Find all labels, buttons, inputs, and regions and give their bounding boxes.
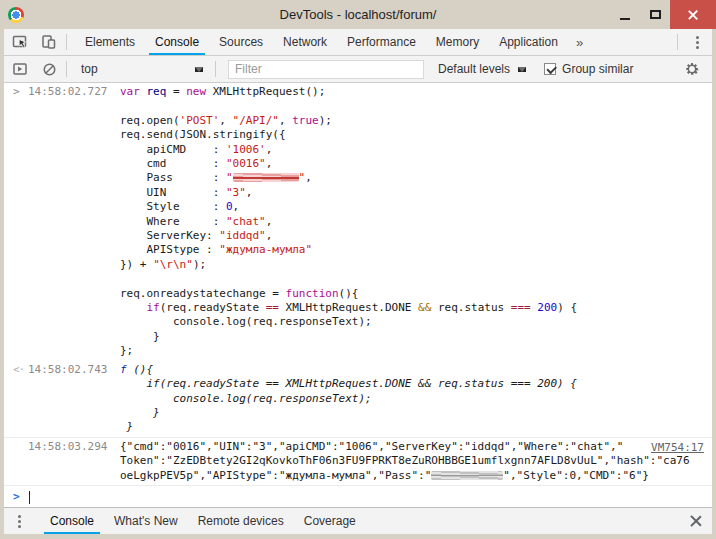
settings-button[interactable] — [679, 58, 705, 80]
console-sidebar-toggle-button[interactable] — [7, 58, 33, 80]
close-button[interactable] — [670, 0, 716, 29]
console-line: req.onreadystatechange = function(){ — [4, 287, 712, 301]
tab-network[interactable]: Network — [273, 29, 337, 55]
command-marker-icon — [13, 171, 28, 185]
drawer-tab-console[interactable]: Console — [40, 508, 104, 534]
console-line: cmd : "0016", — [4, 157, 712, 171]
timestamp — [28, 186, 108, 200]
timestamp — [28, 171, 108, 185]
console-line: oeLgkpPEV5p","APIStype":"ждумла-мумла","… — [4, 469, 712, 483]
timestamp — [28, 243, 108, 257]
command-marker-icon — [13, 157, 28, 171]
group-similar-checkbox[interactable] — [544, 63, 556, 75]
console-prompt[interactable]: > — [4, 486, 712, 504]
console-toolbar: top Default levels Group similar — [4, 56, 712, 83]
command-marker-icon — [13, 344, 28, 358]
drawer-tab-coverage[interactable]: Coverage — [294, 508, 366, 534]
console-line: if(req.readyState == XMLHttpRequest.DONE… — [4, 301, 712, 315]
tab-application[interactable]: Application — [489, 29, 568, 55]
command-marker-icon — [13, 440, 28, 454]
log-levels-dropdown[interactable]: Default levels — [438, 62, 526, 76]
command-marker-icon — [13, 99, 28, 113]
console-line: Where : "chat", — [4, 215, 712, 229]
main-tabs: ElementsConsoleSourcesNetworkPerformance… — [75, 29, 568, 55]
command-marker-icon — [13, 215, 28, 229]
console-line: req.send(JSON.stringify({ — [4, 128, 712, 142]
console-line: }; — [4, 344, 712, 358]
tab-memory[interactable]: Memory — [426, 29, 489, 55]
devtools-panel: ElementsConsoleSourcesNetworkPerformance… — [4, 29, 712, 534]
timestamp — [28, 143, 108, 157]
tab-elements[interactable]: Elements — [75, 29, 145, 55]
redacted-password — [431, 471, 503, 480]
device-toolbar-button[interactable] — [36, 31, 62, 53]
command-marker-icon — [13, 301, 28, 315]
timestamp: 14:58:03.294 — [28, 440, 108, 454]
console-entry-log: 14:58:03.294{"cmd":"0016","UIN":"3","api… — [4, 437, 712, 486]
console-entry-command: >14:58:02.727var req = new XMLHttpReques… — [4, 83, 712, 361]
command-marker-icon — [13, 258, 28, 272]
timestamp — [28, 229, 108, 243]
inspect-icon — [12, 34, 29, 50]
timestamp — [28, 215, 108, 229]
command-marker-icon — [13, 315, 28, 329]
drawer-tabs: ConsoleWhat's NewRemote devicesCoverage — [40, 508, 366, 534]
main-toolbar: ElementsConsoleSourcesNetworkPerformance… — [4, 29, 712, 56]
console-line: APIStype : "ждумла-мумла" — [4, 243, 712, 257]
window-title: DevTools - localhost/forum/ — [0, 7, 716, 22]
clear-console-icon — [42, 62, 57, 77]
drawer-tab-what-s-new[interactable]: What's New — [104, 508, 188, 534]
result-marker-icon — [13, 377, 28, 391]
console-entry-result: <·14:58:02.743f (){ if(req.readyState ==… — [4, 361, 712, 437]
timestamp — [28, 406, 108, 420]
gear-icon — [684, 61, 700, 77]
console-line: Pass : "", — [4, 171, 712, 185]
close-drawer-button[interactable] — [690, 515, 702, 527]
command-marker-icon — [13, 243, 28, 257]
console-line: apiCMD : '1006', — [4, 143, 712, 157]
devtools-menu-button[interactable] — [690, 34, 704, 50]
console-line: console.log(req.responseText); — [4, 392, 712, 406]
tab-console[interactable]: Console — [145, 29, 209, 55]
console-line: } — [4, 420, 712, 434]
device-toolbar-icon — [41, 34, 57, 50]
chevron-down-icon — [518, 67, 526, 72]
divider — [215, 61, 216, 77]
timestamp — [28, 315, 108, 329]
execution-context-selector[interactable]: top — [71, 62, 211, 76]
drawer-menu-button[interactable] — [12, 513, 26, 529]
command-marker-icon — [13, 287, 28, 301]
result-marker-icon — [13, 392, 28, 406]
group-similar-label: Group similar — [562, 62, 633, 76]
minimize-icon — [620, 18, 630, 20]
clear-console-button[interactable] — [36, 58, 62, 80]
tab-performance[interactable]: Performance — [337, 29, 426, 55]
console-line: Style : 0, — [4, 200, 712, 214]
console-line — [4, 272, 712, 286]
divider — [66, 61, 67, 77]
console-line: } — [4, 406, 712, 420]
timestamp — [28, 272, 108, 286]
prompt-chevron-icon: > — [13, 490, 28, 504]
console-line: } — [4, 330, 712, 344]
timestamp: 14:58:02.743 — [28, 363, 108, 377]
console-line: UIN : "3", — [4, 186, 712, 200]
command-marker-icon — [13, 454, 28, 468]
maximize-button[interactable] — [640, 0, 670, 29]
drawer-tab-remote-devices[interactable]: Remote devices — [188, 508, 294, 534]
timestamp — [28, 99, 108, 113]
timestamp — [28, 301, 108, 315]
more-tabs-button[interactable]: » — [568, 35, 591, 50]
filter-input[interactable] — [228, 60, 424, 79]
minimize-button[interactable] — [610, 0, 640, 29]
tab-sources[interactable]: Sources — [209, 29, 273, 55]
devtools-window: DevTools - localhost/forum/ El — [0, 0, 716, 539]
redacted-password — [233, 173, 299, 182]
console-line: }) + "\r\n"); — [4, 258, 712, 272]
command-marker-icon — [13, 469, 28, 483]
command-marker-icon — [13, 272, 28, 286]
timestamp — [28, 330, 108, 344]
source-location-link[interactable]: VM754:17 — [651, 441, 704, 455]
inspect-element-button[interactable] — [7, 31, 33, 53]
console-log: >14:58:02.727var req = new XMLHttpReques… — [4, 83, 712, 507]
